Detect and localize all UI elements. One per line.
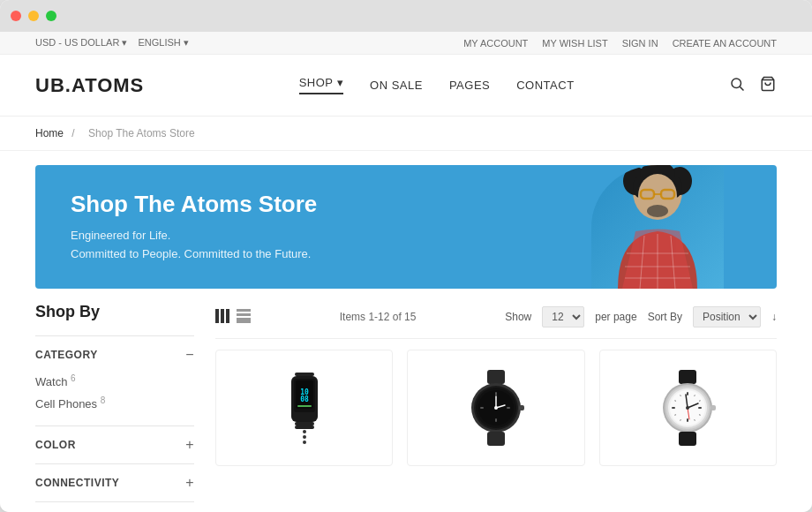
fitness-band-svg: 10 08 [282,368,327,448]
filter-color-header[interactable]: COLOR + [35,437,194,453]
shop-by-title: Shop By [35,303,194,321]
svg-rect-46 [495,418,497,422]
minimize-dot[interactable] [28,11,39,21]
filter-item-watch[interactable]: Watch 6 [35,370,194,392]
banner-subtitle: Engineered for Life. Committed to People… [71,227,317,264]
main-nav: SHOP ▾ ON SALE PAGES CONTACT [299,76,575,94]
grid-view-button[interactable] [215,309,229,326]
create-account-link[interactable]: CREATE AN ACCOUNT [673,38,777,49]
search-icon[interactable] [729,76,745,95]
sort-by-label: Sort By [648,311,682,323]
wish-list-link[interactable]: MY WISH LIST [542,38,607,49]
svg-rect-24 [237,313,251,316]
breadcrumb-current: Shop The Atoms Store [88,127,195,139]
title-bar [0,0,812,32]
list-view-button[interactable] [237,309,251,326]
svg-rect-63 [698,407,702,409]
filter-category-items: Watch 6 Cell Phones 8 [35,370,194,415]
filter-color: COLOR + [35,425,194,463]
banner-person-image [591,165,724,289]
svg-rect-47 [480,407,484,409]
banner-text: Shop The Atoms Store Engineered for Life… [35,191,352,264]
svg-rect-22 [226,309,229,323]
svg-rect-77 [679,432,696,446]
svg-point-75 [686,406,689,410]
top-bar-left: USD - US DOLLAR ▾ ENGLISH ▾ [35,37,189,49]
svg-rect-48 [507,407,510,409]
filter-category-header[interactable]: CATEGORY − [35,347,194,363]
breadcrumb-home[interactable]: Home [35,127,64,139]
nav-item-shop[interactable]: SHOP ▾ [299,76,343,94]
product-card-3[interactable] [599,350,777,466]
svg-line-1 [740,87,743,90]
svg-rect-61 [687,418,688,422]
items-count: Items 1-12 of 15 [340,311,417,323]
round-watch-silver-svg [652,368,723,448]
banner-title: Shop The Atoms Store [71,191,317,218]
filter-item-cell-phones[interactable]: Cell Phones 8 [35,392,194,414]
filter-connectivity-toggle[interactable]: + [185,475,194,491]
language-selector[interactable]: ENGLISH ▾ [138,37,188,49]
nav-item-on-sale[interactable]: ON SALE [370,79,423,92]
svg-rect-21 [221,309,224,323]
round-watch-dark-svg [461,368,531,448]
product-image-3 [652,368,723,448]
product-card-2[interactable] [407,350,584,466]
svg-rect-36 [295,425,314,429]
person-svg [591,165,724,289]
banner: Shop The Atoms Store Engineered for Life… [35,165,777,289]
currency-selector[interactable]: USD - US DOLLAR ▾ [35,37,127,49]
header: UB.ATOMS SHOP ▾ ON SALE PAGES CONTACT [0,55,812,117]
svg-point-38 [303,435,306,439]
svg-text:08: 08 [300,395,309,403]
breadcrumb: Home / Shop The Atoms Store [0,117,812,151]
product-image-1: 10 08 [269,368,340,448]
browser-window: USD - US DOLLAR ▾ ENGLISH ▾ MY ACCOUNT M… [0,0,812,512]
maximize-dot[interactable] [46,11,56,21]
svg-rect-27 [295,373,314,376]
svg-rect-53 [487,432,505,446]
header-icons [729,76,777,95]
sort-direction-icon[interactable]: ↓ [771,311,777,323]
main-content: Shop By CATEGORY − Watch 6 Cell Phones [0,303,812,512]
filter-color-toggle[interactable]: + [185,437,194,453]
nav-item-contact[interactable]: CONTACT [516,79,574,92]
svg-rect-23 [237,309,251,312]
page-content: USD - US DOLLAR ▾ ENGLISH ▾ MY ACCOUNT M… [0,32,812,512]
sort-select[interactable]: Position Name Price [693,306,761,328]
svg-point-37 [303,430,306,433]
svg-point-51 [494,406,498,410]
filter-manufacturer: MANUFACTURER + [35,501,194,512]
svg-point-13 [647,205,668,217]
svg-rect-40 [487,370,505,384]
svg-rect-26 [237,320,251,323]
svg-rect-60 [687,392,688,395]
svg-rect-62 [672,407,675,409]
svg-rect-45 [495,392,497,395]
sign-in-link[interactable]: SIGN IN [622,38,658,49]
svg-rect-76 [710,405,716,410]
product-card-1[interactable]: 10 08 [215,350,393,466]
filter-category-toggle[interactable]: − [185,347,194,363]
product-grid: 10 08 [215,350,777,466]
logo[interactable]: UB.ATOMS [35,74,144,97]
filter-connectivity: CONNECTIVITY + [35,463,194,501]
top-bar-right: MY ACCOUNT MY WISH LIST SIGN IN CREATE A… [463,38,777,49]
svg-rect-54 [679,370,696,384]
filter-connectivity-header[interactable]: CONNECTIVITY + [35,475,194,491]
my-account-link[interactable]: MY ACCOUNT [463,38,528,49]
breadcrumb-separator: / [71,127,74,139]
cart-icon[interactable] [759,76,777,95]
products-area: Items 1-12 of 15 Show 12 9 15 24 per pag… [215,303,777,512]
per-page-label: per page [595,311,636,323]
toolbar-view-controls [215,309,251,326]
svg-rect-25 [237,318,251,320]
svg-point-39 [303,440,306,444]
toolbar-options: Show 12 9 15 24 per page Sort By Positio… [505,306,777,328]
per-page-select[interactable]: 12 9 15 24 [542,306,584,328]
filter-category: CATEGORY − Watch 6 Cell Phones 8 [35,335,194,425]
nav-item-pages[interactable]: PAGES [449,79,490,92]
product-image-2 [461,368,531,448]
show-label: Show [505,311,531,323]
close-dot[interactable] [11,11,21,21]
